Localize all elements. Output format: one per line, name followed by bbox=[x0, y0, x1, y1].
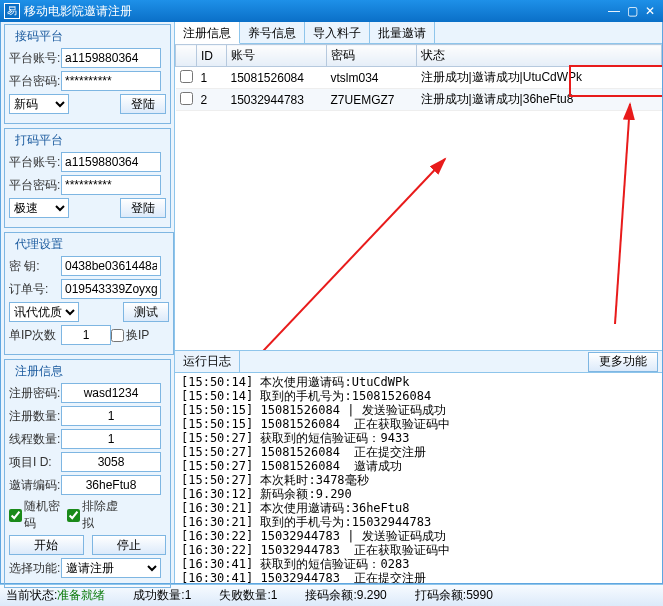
switch-ip-checkbox[interactable]: 换IP bbox=[111, 327, 163, 344]
label: 线程数量: bbox=[9, 431, 61, 448]
code-account-input[interactable] bbox=[61, 152, 161, 172]
tab-bar: 注册信息 养号信息 导入料子 批量邀请 bbox=[175, 22, 662, 44]
per-ip-input[interactable] bbox=[61, 325, 111, 345]
threads-input[interactable] bbox=[61, 429, 161, 449]
test-button[interactable]: 测试 bbox=[123, 302, 169, 322]
tab-import[interactable]: 导入料子 bbox=[305, 22, 370, 43]
code-provider-select[interactable]: 极速 bbox=[9, 198, 69, 218]
group-legend: 打码平台 bbox=[13, 132, 65, 149]
results-table: ID 账号 密码 状态 1 15081526084 vtslm034 注册成功|… bbox=[175, 44, 662, 111]
exclude-virtual-checkbox[interactable]: 排除虚拟 bbox=[67, 498, 119, 532]
status-state: 当前状态:准备就绪 bbox=[6, 587, 105, 604]
status-bar: 当前状态:准备就绪 成功数量:1 失败数量:1 接码余额:9.290 打码余额:… bbox=[0, 584, 663, 606]
group-legend: 接码平台 bbox=[13, 28, 65, 45]
group-legend: 注册信息 bbox=[13, 363, 65, 380]
label: 平台密码: bbox=[9, 177, 61, 194]
label: 项目I D: bbox=[9, 454, 61, 471]
group-receive-platform: 接码平台 平台账号: 平台密码: 新码登陆 bbox=[4, 24, 171, 124]
random-password-checkbox[interactable]: 随机密码 bbox=[9, 498, 61, 532]
tab-register-info[interactable]: 注册信息 bbox=[175, 22, 240, 44]
close-button[interactable]: ✕ bbox=[641, 4, 659, 18]
table-area: ID 账号 密码 状态 1 15081526084 vtslm034 注册成功|… bbox=[175, 44, 662, 351]
label: 平台密码: bbox=[9, 73, 61, 90]
platform-password-input[interactable] bbox=[61, 71, 161, 91]
minimize-button[interactable]: — bbox=[605, 4, 623, 18]
label: 订单号: bbox=[9, 281, 61, 298]
proxy-order-input[interactable] bbox=[61, 279, 161, 299]
label: 密 钥: bbox=[9, 258, 61, 275]
col-account[interactable]: 账号 bbox=[227, 45, 327, 67]
provider-select[interactable]: 新码 bbox=[9, 94, 69, 114]
left-panel: 接码平台 平台账号: 平台密码: 新码登陆 打码平台 平台账号: 平台密码: 极… bbox=[1, 22, 175, 583]
col-password[interactable]: 密码 bbox=[327, 45, 417, 67]
maximize-button[interactable]: ▢ bbox=[623, 4, 641, 18]
table-row[interactable]: 1 15081526084 vtslm034 注册成功|邀请成功|UtuCdWP… bbox=[176, 67, 662, 89]
reg-password-input[interactable] bbox=[61, 383, 161, 403]
status-success: 成功数量:1 bbox=[133, 587, 191, 604]
function-select[interactable]: 邀请注册 bbox=[61, 558, 161, 578]
code-password-input[interactable] bbox=[61, 175, 161, 195]
label: 单IP次数 bbox=[9, 327, 61, 344]
label: 注册密码: bbox=[9, 385, 61, 402]
status-fail: 失败数量:1 bbox=[219, 587, 277, 604]
start-button[interactable]: 开始 bbox=[9, 535, 84, 555]
label: 邀请编码: bbox=[9, 477, 61, 494]
col-id[interactable]: ID bbox=[197, 45, 227, 67]
label: 选择功能: bbox=[9, 560, 61, 577]
proxy-quality-select[interactable]: 讯代优质 bbox=[9, 302, 79, 322]
row-checkbox[interactable] bbox=[180, 92, 193, 105]
status-recv-balance: 接码余额:9.290 bbox=[305, 587, 386, 604]
svg-line-0 bbox=[175, 159, 445, 351]
label: 注册数量: bbox=[9, 408, 61, 425]
log-body[interactable]: [15:50:14] 本次使用邀请码:UtuCdWPk [15:50:14] 取… bbox=[175, 373, 662, 583]
svg-line-1 bbox=[615, 104, 630, 324]
tab-batch-invite[interactable]: 批量邀请 bbox=[370, 22, 435, 43]
proxy-key-input[interactable] bbox=[61, 256, 161, 276]
group-legend: 代理设置 bbox=[13, 236, 65, 253]
group-code-platform: 打码平台 平台账号: 平台密码: 极速登陆 bbox=[4, 128, 171, 228]
row-checkbox[interactable] bbox=[180, 70, 193, 83]
login-button[interactable]: 登陆 bbox=[120, 94, 166, 114]
group-proxy: 代理设置 密 钥: 订单号: 讯代优质测试 单IP次数换IP bbox=[4, 232, 174, 355]
code-login-button[interactable]: 登陆 bbox=[120, 198, 166, 218]
label: 平台账号: bbox=[9, 50, 61, 67]
status-code-balance: 打码余额:5990 bbox=[415, 587, 493, 604]
log-title: 运行日志 bbox=[175, 350, 240, 373]
label: 平台账号: bbox=[9, 154, 61, 171]
stop-button[interactable]: 停止 bbox=[92, 535, 167, 555]
tab-account-info[interactable]: 养号信息 bbox=[240, 22, 305, 43]
invite-code-input[interactable] bbox=[61, 475, 161, 495]
window-title: 移动电影院邀请注册 bbox=[24, 3, 605, 20]
more-functions-button[interactable]: 更多功能 bbox=[588, 352, 658, 372]
col-status[interactable]: 状态 bbox=[417, 45, 662, 67]
right-panel: 注册信息 养号信息 导入料子 批量邀请 ID 账号 密码 状态 1 150815… bbox=[175, 22, 662, 583]
log-header: 运行日志 更多功能 bbox=[175, 351, 662, 373]
platform-account-input[interactable] bbox=[61, 48, 161, 68]
group-register: 注册信息 注册密码: 注册数量: 线程数量: 项目I D: 邀请编码: 随机密码… bbox=[4, 359, 171, 588]
reg-count-input[interactable] bbox=[61, 406, 161, 426]
app-icon: 易 bbox=[4, 3, 20, 19]
titlebar: 易 移动电影院邀请注册 — ▢ ✕ bbox=[0, 0, 663, 22]
project-id-input[interactable] bbox=[61, 452, 161, 472]
table-row[interactable]: 2 15032944783 Z7UEMGZ7 注册成功|邀请成功|36heFtu… bbox=[176, 89, 662, 111]
